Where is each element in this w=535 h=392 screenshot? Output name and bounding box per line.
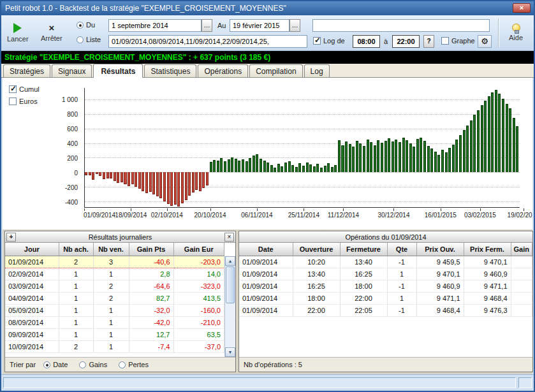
tab-compilation[interactable]: Compilation [249,64,302,77]
table-row[interactable]: 10/09/201421-7,4-37,0 [5,340,224,352]
chart-bar [363,146,365,172]
results-scrollbar[interactable]: ▲ ▼ [224,256,235,357]
checkbox-icon [441,37,449,45]
date-from-input[interactable] [108,19,202,32]
column-header[interactable]: Gain Eur [173,243,224,256]
chart-bar [430,149,433,172]
dates-list-input[interactable] [108,35,307,48]
chart-bar [441,150,444,172]
column-header[interactable]: Prix Ouv. [416,243,464,256]
column-header[interactable]: Prix Ferm. [464,243,511,256]
table-row[interactable]: 01/09/201410:2013:40-19 459,59 470,1 [239,256,532,268]
aide-button[interactable]: Aide [506,17,525,48]
y-axis-label: 600 [67,126,78,133]
liste-radio[interactable]: Liste [77,36,101,43]
tab-resultats[interactable]: Résultats [93,64,143,78]
title-bar[interactable]: Petit robot 1.0 - Backtest de la stratég… [1,1,534,15]
operations-panel-header[interactable]: Opérations du 01/09/2014 [239,231,532,243]
chart-bar [488,96,490,172]
table-row[interactable]: 02/09/2014112,814,0 [5,268,224,280]
tab-strategies[interactable]: Stratégies [3,64,50,77]
chart-bar [374,145,376,172]
y-axis-label: 400 [67,140,78,147]
log-checkbox[interactable]: Log de [313,37,345,45]
chart-bar [381,143,383,172]
table-row[interactable]: 01/09/201418:0022:0019 471,19 468,4 [239,292,532,304]
lancer-button[interactable]: Lancer [4,17,31,48]
gridline [85,114,520,115]
date-from-browse-button[interactable]: … [202,19,212,32]
move-handle[interactable]: + [6,233,16,242]
column-header[interactable]: Gain Pts [129,243,173,256]
du-radio[interactable]: Du [77,21,95,29]
table-row[interactable]: 03/09/201412-64,6-323,0 [5,280,224,292]
chart-bar [338,140,341,172]
ellipsis-icon: … [292,22,298,29]
settings-button[interactable]: ⚙ [478,35,492,48]
resize-grip[interactable] [518,377,532,388]
chart-bar [427,146,430,173]
lancer-label: Lancer [7,35,29,43]
log-from-input[interactable] [353,35,380,48]
operations-count: Nb d'opérations : 5 [244,361,302,368]
chart-bar [331,167,333,173]
chart-bar [473,115,476,172]
column-header[interactable]: Date [239,243,293,256]
tab-signaux[interactable]: Signaux [52,64,92,77]
chart-bar [377,140,379,172]
column-header[interactable]: Gain [511,243,532,256]
chart-bar [253,156,255,172]
column-header[interactable]: Nb ven. [93,243,129,256]
tab-statistiques[interactable]: Statistiques [144,64,196,77]
chart-bar [249,158,251,173]
help-button[interactable]: ? [423,35,434,48]
results-table-wrap: JourNb ach.Nb ven.Gain PtsGain Eur 01/09… [5,243,224,357]
table-row[interactable]: 04/09/20141282,7413,5 [5,292,224,304]
scrollbar-thumb[interactable] [226,266,235,303]
filter-input[interactable] [312,19,490,32]
sort-option-gains[interactable]: Gains [79,361,107,368]
tab-operations[interactable]: Opérations [198,64,248,77]
close-button[interactable]: × [513,3,531,13]
results-panel-header[interactable]: + Résultats journaliers × [5,231,235,243]
arreter-button[interactable]: × Arrêter [38,17,65,48]
results-header-row: JourNb ach.Nb ven.Gain PtsGain Eur [5,243,224,256]
x-axis-label: 02/10/2014 [151,212,183,219]
chart-bar [145,172,148,193]
chart-bar [163,172,166,201]
column-header[interactable]: Nb ach. [59,243,93,256]
column-header[interactable]: Ouverture [293,243,340,256]
y-axis-label: -400 [65,198,78,205]
gear-icon: ⚙ [481,36,488,46]
chart-bar [220,158,223,172]
chart-bar [395,140,397,172]
date-to-input[interactable] [230,19,289,32]
table-row[interactable]: 01/09/201423-40,6-203,0 [5,256,224,268]
table-row[interactable]: 09/09/20141112,763,5 [5,328,224,340]
table-row[interactable]: 05/09/201411-32,0-160,0 [5,304,224,316]
table-row[interactable]: 01/09/201422:0022:05-19 468,49 476,3 [239,304,532,316]
table-row[interactable]: 08/09/201411-42,0-210,0 [5,316,224,328]
ellipsis-icon: … [204,22,210,29]
scroll-down-button[interactable]: ▼ [225,347,235,357]
x-axis-tick [304,208,304,211]
graphe-checkbox[interactable]: Graphe [441,37,475,45]
chart-bar [313,166,316,173]
radio-icon [79,361,86,368]
table-row[interactable]: 01/09/201416:2518:00-19 460,99 471,1 [239,280,532,292]
scroll-up-button[interactable]: ▲ [225,256,235,266]
log-to-input[interactable] [392,35,420,48]
chart-bar [399,142,401,173]
column-header[interactable]: Jour [5,243,59,256]
chart-bar [270,165,273,172]
sort-option-date[interactable]: Date [43,361,68,368]
panel-close-button[interactable]: × [224,233,234,242]
chart-bar [181,172,184,203]
sort-option-pertes[interactable]: Pertes [119,361,149,368]
table-row[interactable]: 01/09/201413:4016:2519 470,19 460,9 [239,268,532,280]
column-header[interactable]: Fermeture [340,243,387,256]
date-to-browse-button[interactable]: … [289,19,300,32]
column-header[interactable]: Qte [387,243,416,256]
gridline [85,143,520,144]
tab-log[interactable]: Log [304,64,330,77]
